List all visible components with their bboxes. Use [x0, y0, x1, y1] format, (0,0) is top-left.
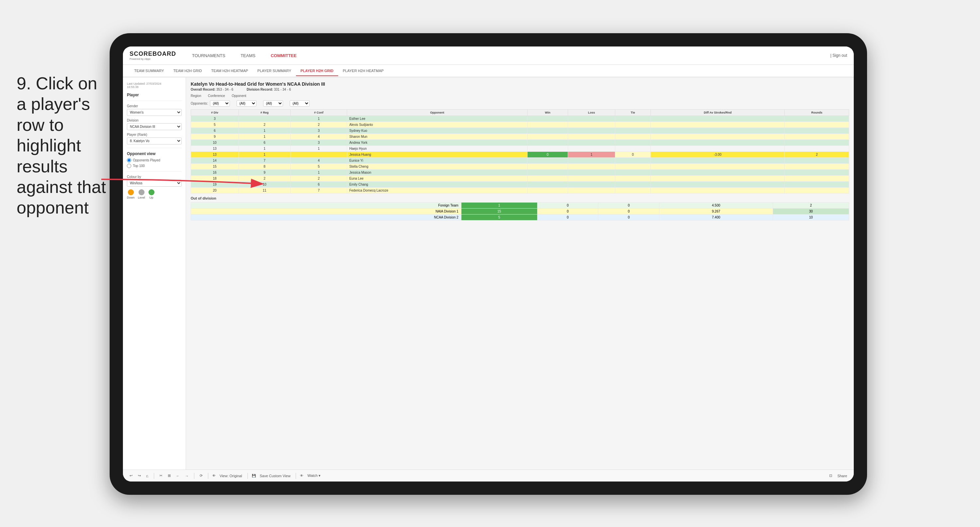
main-content: Last Updated: 27/03/202416:55:38 Player …: [123, 77, 854, 470]
toolbar-divider-2: [194, 473, 194, 479]
sub-nav-team-h2h-heatmap[interactable]: TEAM H2H HEATMAP: [207, 66, 253, 76]
table-row[interactable]: 3 1 Esther Lee: [191, 116, 849, 122]
logo-sub: Powered by clippi: [130, 57, 176, 60]
col-header-div: # Div: [191, 110, 239, 116]
sidebar: Last Updated: 27/03/202416:55:38 Player …: [123, 77, 186, 470]
toolbar-grid[interactable]: ⊞: [166, 473, 172, 478]
grid-title: Katelyn Vo Head-to-Head Grid for Women's…: [191, 81, 849, 87]
toolbar-right[interactable]: →: [184, 473, 190, 478]
toolbar-cut[interactable]: ✂: [158, 473, 164, 478]
legend-level-label: Level: [138, 196, 145, 199]
legend-up-label: Up: [148, 196, 154, 199]
logo-text: SCOREBOARD: [130, 51, 176, 57]
logo-area: SCOREBOARD Powered by clippi: [130, 51, 176, 60]
filter-row: Region Conference Opponent: [191, 94, 849, 98]
legend-down-label: Down: [127, 196, 135, 199]
jessica-huang-row[interactable]: 13 1 Jessica Huang 0 1 0 -3.00 2: [191, 152, 849, 158]
nav-teams[interactable]: TEAMS: [238, 52, 258, 59]
table-row[interactable]: 9 1 4 Sharon Mun: [191, 134, 849, 140]
toolbar-reset[interactable]: ⎌: [145, 473, 150, 478]
sidebar-opponents-played[interactable]: Opponents Played: [127, 158, 182, 162]
nav-committee[interactable]: COMMITTEE: [268, 52, 299, 59]
legend-down-dot: [128, 189, 134, 195]
colour-legend: Down Level Up: [127, 189, 182, 199]
grid-area: Katelyn Vo Head-to-Head Grid for Women's…: [186, 77, 854, 470]
filter-opponents-label: Opponents: (All): [191, 100, 230, 106]
sidebar-gender-select[interactable]: Women's: [127, 109, 182, 116]
sub-nav-team-h2h-grid[interactable]: TEAM H2H GRID: [169, 66, 207, 76]
table-row[interactable]: 5 2 2 Alexis Sudjianto: [191, 122, 849, 128]
sidebar-division-label: Division: [127, 119, 182, 122]
table-row[interactable]: 14 7 4 Eunice Yi: [191, 158, 849, 164]
toolbar-divider-5: [296, 473, 296, 479]
tablet-screen: SCOREBOARD Powered by clippi TOURNAMENTS…: [123, 46, 854, 481]
grid-records: Overall Record: 353 - 34 - 6 Division Re…: [191, 88, 849, 91]
ood-row[interactable]: Foreign Team 1 0 0 4.500 2: [191, 203, 849, 208]
sub-nav-player-h2h-grid[interactable]: PLAYER H2H GRID: [296, 66, 338, 76]
col-header-rounds: Rounds: [785, 110, 849, 116]
nav-bar: SCOREBOARD Powered by clippi TOURNAMENTS…: [123, 46, 854, 65]
toolbar-share[interactable]: Share: [836, 473, 848, 478]
sub-nav: TEAM SUMMARY TEAM H2H GRID TEAM H2H HEAT…: [123, 65, 854, 77]
col-header-loss: Loss: [568, 110, 615, 116]
col-header-tie: Tie: [615, 110, 651, 116]
filter-conference-select[interactable]: (All): [263, 100, 283, 106]
col-header-reg: # Reg: [239, 110, 290, 116]
toolbar-undo[interactable]: ↩: [128, 473, 134, 478]
col-header-opponent: Opponent: [347, 110, 527, 116]
toolbar-view-icon: 👁: [212, 474, 216, 478]
out-of-division-label: Out of division: [191, 196, 849, 200]
col-header-conf: # Conf: [290, 110, 347, 116]
legend-up-dot: [148, 189, 154, 195]
tablet-frame: SCOREBOARD Powered by clippi TOURNAMENTS…: [110, 33, 867, 495]
table-row[interactable]: 10 6 3 Andrea York: [191, 140, 849, 146]
toolbar-redo[interactable]: ↪: [137, 473, 142, 478]
bottom-toolbar: ↩ ↪ ⎌ ✂ ⊞ ← → ⟳ 👁 View: Original 💾 Save …: [123, 470, 854, 481]
sidebar-top-100[interactable]: Top 100: [127, 164, 182, 168]
filter-opponents-select[interactable]: (All): [210, 100, 230, 106]
ood-row[interactable]: NAIA Division 1 15 0 0 9.267 30: [191, 208, 849, 214]
toolbar-save-icon: 💾: [252, 474, 256, 478]
table-row[interactable]: 6 1 3 Sydney Kuo: [191, 128, 849, 134]
toolbar-watch-icon: 👁: [300, 474, 303, 478]
sidebar-division-select[interactable]: NCAA Division III: [127, 123, 182, 130]
table-row[interactable]: 16 9 1 Jessica Mason: [191, 170, 849, 176]
table-row[interactable]: 19 10 6 Emily Chang: [191, 182, 849, 187]
toolbar-resize[interactable]: ⊡: [828, 473, 834, 478]
filter-opponent-group: Opponent: [232, 94, 246, 98]
data-table: # Div # Reg # Conf Opponent Win Loss Tie…: [191, 109, 849, 194]
toolbar-divider-3: [208, 473, 208, 479]
ood-row[interactable]: NCAA Division 2 5 0 0 7.400 10: [191, 214, 849, 221]
toolbar-save-custom[interactable]: Save Custom View: [258, 473, 292, 478]
sidebar-opponent-view-label: Opponent view: [127, 151, 182, 156]
nav-tournaments[interactable]: TOURNAMENTS: [189, 52, 228, 59]
table-row[interactable]: 15 8 5 Stella Cheng: [191, 164, 849, 170]
table-row[interactable]: 13 1 1 Haejo Hyun: [191, 146, 849, 152]
sub-nav-player-h2h-heatmap[interactable]: PLAYER H2H HEATMAP: [338, 66, 388, 76]
sidebar-colour-by-select[interactable]: Win/loss: [127, 179, 182, 187]
sign-out-link[interactable]: | Sign out: [830, 53, 848, 58]
filter-region-select[interactable]: (All): [237, 100, 256, 106]
sidebar-player-rank-select[interactable]: 8. Katelyn Vo: [127, 138, 182, 144]
sub-nav-player-summary[interactable]: PLAYER SUMMARY: [253, 66, 296, 76]
toolbar-divider-1: [154, 473, 154, 479]
toolbar-left[interactable]: ←: [175, 473, 181, 478]
division-record-label: Division Record: 331 - 34 - 6: [247, 88, 291, 91]
table-row[interactable]: 18 2 2 Euna Lee: [191, 176, 849, 182]
toolbar-view-original[interactable]: View: Original: [218, 473, 243, 478]
sidebar-player-section: Player: [127, 93, 182, 97]
filter-region: Region: [191, 94, 201, 98]
ood-table: Foreign Team 1 0 0 4.500 2 NAIA Division…: [191, 202, 849, 221]
toolbar-watch[interactable]: Watch ▾: [306, 473, 322, 478]
col-header-win: Win: [527, 110, 568, 116]
legend-level-dot: [138, 189, 145, 195]
sidebar-timestamp: Last Updated: 27/03/202416:55:38: [127, 82, 182, 89]
sidebar-gender-label: Gender: [127, 104, 182, 108]
filter-row-2: Opponents: (All) (All) (All) (All): [191, 100, 849, 106]
sidebar-player-rank-label: Player (Rank): [127, 133, 182, 137]
sidebar-colour-by-label: Colour by: [127, 175, 182, 179]
toolbar-refresh[interactable]: ⟳: [198, 473, 204, 478]
sub-nav-team-summary[interactable]: TEAM SUMMARY: [130, 66, 169, 76]
table-row[interactable]: 20 11 7 Federica Domecq Lacroze: [191, 187, 849, 194]
filter-opponent-select[interactable]: (All): [290, 100, 310, 106]
